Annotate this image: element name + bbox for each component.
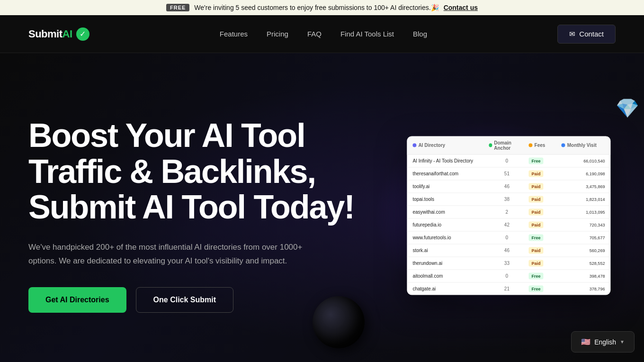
table-row: aitoolmall.com 0 Free 398,478 [407, 270, 610, 282]
cell-anchor: 33 [489, 261, 525, 266]
cell-anchor: 42 [489, 222, 525, 227]
logo[interactable]: SubmitAI ✓ [28, 27, 89, 41]
fee-badge-paid: Paid [529, 221, 544, 228]
col-monthly-visit: Monthly Visit [562, 140, 605, 150]
table-row: stork.ai 46 Paid 560,269 [407, 244, 610, 257]
col-dot4-icon [562, 143, 565, 147]
cell-fee: Paid [529, 208, 558, 215]
nav-faq[interactable]: FAQ [307, 30, 322, 38]
cell-anchor: 46 [489, 184, 525, 189]
cell-name: www.futuretools.io [412, 235, 485, 240]
cell-visits: 6,190,098 [562, 171, 605, 176]
hero-buttons: Get AI Directories One Click Submit [28, 287, 360, 313]
cell-anchor: 46 [489, 248, 525, 253]
fee-badge-paid: Paid [529, 196, 544, 202]
free-badge: FREE [166, 4, 189, 11]
cell-anchor: 51 [489, 171, 525, 176]
cell-visits: 1,823,014 [562, 197, 605, 201]
fee-badge-free: Free [529, 157, 544, 164]
table-row: topai.tools 38 Paid 1,823,014 [407, 193, 610, 206]
nav-find-ai-tools[interactable]: Find AI Tools List [340, 30, 394, 38]
table-row: www.futuretools.io 0 Free 705,677 [407, 231, 610, 244]
logo-text: SubmitAI [28, 28, 72, 40]
cell-visits: 528,552 [562, 261, 605, 265]
col-dot3-icon [529, 143, 533, 147]
announcement-message: We're inviting 5 seed customers to enjoy… [194, 4, 438, 11]
cell-visits: 3,475,869 [562, 184, 605, 189]
cell-visits: 378,796 [562, 286, 605, 291]
hero-visual: AI Directory Domain Anchor Fees Monthly … [341, 92, 644, 339]
table-row: toolify.ai 46 Paid 3,475,869 [407, 180, 610, 193]
cell-visits: 720,343 [562, 222, 605, 227]
cell-visits: 66,010,540 [562, 158, 605, 163]
table-row: easywithai.com 2 Paid 1,013,095 [407, 206, 610, 218]
one-click-submit-button[interactable]: One Click Submit [136, 287, 233, 313]
header: SubmitAI ✓ Features Pricing FAQ Find AI … [0, 15, 644, 53]
cell-name: futurepedia.io [412, 222, 485, 227]
table-row: therundown.ai 33 Paid 528,552 [407, 257, 610, 270]
language-selector[interactable]: 🇺🇸 English ▼ [571, 331, 635, 353]
contact-button[interactable]: ✉ Contact [557, 25, 616, 44]
table-header: AI Directory Domain Anchor Fees Monthly … [407, 136, 610, 154]
cell-visits: 560,269 [562, 248, 605, 253]
chevron-down-icon: ▼ [620, 339, 625, 344]
nav-features[interactable]: Features [220, 30, 248, 38]
cell-fee: Free [529, 157, 558, 164]
cell-name: theresanaiforthat.com [412, 171, 485, 176]
fee-badge-free: Free [529, 272, 544, 279]
col-dot2-icon [489, 143, 492, 147]
announcement-contact-link[interactable]: Contact us [444, 4, 478, 11]
cell-anchor: 2 [489, 209, 525, 215]
col-dot-icon [412, 143, 416, 147]
cell-visits: 705,677 [562, 235, 605, 240]
cell-fee: Paid [529, 183, 558, 190]
cell-name: chatgate.ai [412, 286, 485, 291]
logo-checkmark-icon: ✓ [76, 27, 89, 41]
mail-icon: ✉ [569, 30, 575, 38]
cell-fee: Free [529, 272, 558, 279]
cell-fee: Free [529, 234, 558, 241]
table-row: AI Infinity - AI Tools Directory 0 Free … [407, 154, 610, 167]
cell-fee: Paid [529, 221, 558, 228]
cell-fee: Paid [529, 196, 558, 202]
fee-badge-free: Free [529, 285, 544, 292]
get-ai-directories-button[interactable]: Get AI Directories [28, 287, 126, 313]
fee-badge-free: Free [529, 234, 544, 241]
fee-badge-paid: Paid [529, 247, 544, 253]
hero-subtitle: We've handpicked 200+ of the most influe… [28, 241, 303, 268]
cell-name: aitoolmall.com [412, 273, 485, 279]
hero-title: Boost Your AI Tool Traffic & Backlinks, … [28, 118, 360, 226]
col-domain-anchor: Domain Anchor [489, 140, 525, 150]
fee-badge-paid: Paid [529, 183, 544, 190]
fee-badge-paid: Paid [529, 260, 544, 266]
hero-section: Boost Your AI Tool Traffic & Backlinks, … [0, 53, 644, 362]
table-body: AI Infinity - AI Tools Directory 0 Free … [407, 154, 610, 295]
cell-name: easywithai.com [412, 209, 485, 215]
language-label: English [594, 338, 616, 346]
cell-anchor: 21 [489, 286, 525, 291]
cell-visits: 1,013,095 [562, 209, 605, 214]
cell-fee: Free [529, 285, 558, 292]
fee-badge-paid: Paid [529, 170, 544, 177]
announcement-bar: FREE We're inviting 5 seed customers to … [0, 0, 644, 15]
cell-name: stork.ai [412, 248, 485, 253]
cell-fee: Paid [529, 260, 558, 266]
cell-name: AI Infinity - AI Tools Directory [412, 158, 485, 163]
cell-visits: 398,478 [562, 273, 605, 278]
cell-anchor: 0 [489, 158, 525, 163]
col-ai-directory: AI Directory [412, 140, 485, 150]
table-row: futurepedia.io 42 Paid 720,343 [407, 218, 610, 231]
cell-fee: Paid [529, 247, 558, 253]
flag-icon: 🇺🇸 [581, 337, 590, 346]
fee-badge-paid: Paid [529, 208, 544, 215]
nav-pricing[interactable]: Pricing [267, 30, 288, 38]
cell-anchor: 38 [489, 197, 525, 202]
cell-anchor: 0 [489, 235, 525, 240]
directory-table-mockup: AI Directory Domain Anchor Fees Monthly … [407, 136, 610, 295]
nav-blog[interactable]: Blog [413, 30, 427, 38]
cell-name: therundown.ai [412, 261, 485, 266]
cell-name: topai.tools [412, 197, 485, 202]
table-row: theresanaiforthat.com 51 Paid 6,190,098 [407, 167, 610, 180]
gem-decoration: 💎 [616, 97, 639, 119]
cell-anchor: 0 [489, 273, 525, 279]
